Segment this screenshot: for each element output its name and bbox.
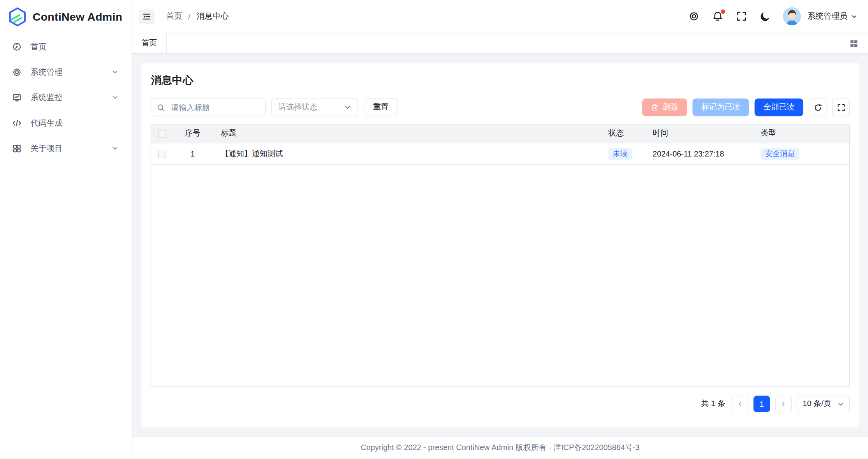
all-read-button[interactable]: 全部已读 — [755, 98, 803, 116]
chevron-left-icon — [737, 401, 743, 407]
delete-label: 删除 — [663, 102, 678, 113]
pagination-total: 共 1 条 — [701, 399, 725, 409]
dark-mode-button[interactable] — [760, 11, 770, 21]
dashboard-icon — [12, 42, 21, 51]
table-header-row: 序号 标题 状态 时间 类型 — [151, 125, 849, 143]
page-content: 消息中心 请选择状态 — [132, 54, 868, 436]
copyright-text: Copyright © 2022 - present ContiNew Admi… — [361, 443, 639, 453]
sidebar: ContiNew Admin 首页 — [0, 0, 132, 459]
messages-table: 序号 标题 状态 时间 类型 1 — [151, 124, 850, 387]
chevron-right-icon — [780, 401, 787, 407]
row-checkbox[interactable] — [158, 150, 166, 158]
chevron-down-icon — [851, 13, 857, 19]
refresh-icon — [813, 103, 822, 111]
tab-actions-grid-icon[interactable] — [849, 39, 859, 48]
cell-index: 1 — [173, 143, 212, 164]
app-root: ContiNew Admin 首页 — [0, 0, 868, 459]
search-input[interactable] — [170, 102, 259, 113]
prev-page-button[interactable] — [732, 396, 748, 412]
monitor-icon — [12, 93, 21, 102]
app-title: ContiNew Admin — [33, 10, 122, 23]
sidebar-item-label: 系统管理 — [30, 67, 112, 77]
fullscreen-icon — [736, 11, 747, 21]
reset-button[interactable]: 重置 — [364, 98, 398, 116]
select-all-checkbox[interactable] — [158, 130, 166, 138]
column-header-status: 状态 — [600, 125, 644, 143]
cell-title: 【通知】通知测试 — [212, 143, 599, 164]
tab-label: 首页 — [141, 38, 157, 48]
app-logo[interactable]: ContiNew Admin — [0, 0, 132, 33]
column-header-title: 标题 — [212, 125, 599, 143]
sidebar-item-system-management[interactable]: 系统管理 — [4, 61, 127, 83]
status-select[interactable]: 请选择状态 — [271, 98, 358, 116]
sidebar-item-about-project[interactable]: 关于项目 — [4, 137, 127, 160]
sidebar-item-code-generation[interactable]: 代码生成 — [4, 112, 127, 134]
cell-time: 2024-06-11 23:27:18 — [644, 143, 752, 164]
chevron-down-icon — [112, 69, 118, 75]
notification-dot — [720, 9, 725, 14]
sidebar-item-system-monitor[interactable]: 系统监控 — [4, 86, 127, 109]
column-header-index: 序号 — [173, 125, 212, 143]
page-size-select[interactable]: 10 条/页 — [797, 396, 850, 412]
chevron-down-icon — [344, 104, 351, 111]
delete-button[interactable]: 删除 — [642, 98, 687, 116]
gear-icon — [688, 11, 699, 21]
table-fullscreen-button[interactable] — [832, 98, 850, 116]
status-select-placeholder: 请选择状态 — [278, 102, 317, 113]
tab-bar: 首页 — [132, 33, 868, 54]
breadcrumb-separator: / — [188, 12, 190, 21]
sidebar-collapse-button[interactable] — [139, 9, 155, 24]
avatar-image — [782, 7, 801, 25]
type-badge: 安全消息 — [761, 148, 799, 160]
notifications-button[interactable] — [712, 11, 723, 21]
user-name[interactable]: 系统管理员 — [807, 11, 847, 21]
refresh-button[interactable] — [809, 98, 826, 116]
page-title: 消息中心 — [151, 73, 850, 88]
menu-fold-icon — [142, 12, 151, 21]
apps-grid-icon — [12, 144, 21, 153]
trash-icon — [651, 104, 659, 111]
gear-icon — [12, 67, 21, 77]
sidebar-item-home[interactable]: 首页 — [4, 35, 127, 58]
breadcrumb-home[interactable]: 首页 — [166, 11, 182, 21]
sidebar-item-label: 关于项目 — [30, 143, 112, 153]
code-icon — [12, 118, 21, 128]
table-row[interactable]: 1 【通知】通知测试 未读 2024-06-11 23:27:18 安全消息 — [151, 143, 849, 164]
chevron-down-icon — [112, 145, 118, 151]
title-search-field[interactable] — [151, 98, 266, 116]
page-size-value: 10 条/页 — [803, 399, 831, 409]
mark-read-button[interactable]: 标记为已读 — [692, 98, 749, 116]
search-icon — [157, 103, 165, 111]
settings-button[interactable] — [688, 11, 699, 21]
toolbar: 请选择状态 重置 — [151, 98, 850, 116]
expand-icon — [837, 103, 845, 111]
breadcrumb: 首页 / 消息中心 — [166, 11, 229, 21]
page-number-button[interactable]: 1 — [754, 396, 770, 412]
sidebar-menu: 首页 系统管理 — [0, 33, 132, 163]
fullscreen-button[interactable] — [736, 11, 747, 21]
page-footer: Copyright © 2022 - present ContiNew Admi… — [132, 436, 868, 459]
status-badge: 未读 — [608, 148, 632, 160]
chevron-down-icon — [112, 94, 118, 101]
sidebar-item-label: 代码生成 — [30, 118, 118, 128]
breadcrumb-current: 消息中心 — [197, 11, 229, 21]
column-header-type: 类型 — [752, 125, 849, 143]
sidebar-item-label: 系统监控 — [30, 92, 112, 103]
moon-icon — [760, 11, 770, 21]
sidebar-item-label: 首页 — [30, 41, 118, 52]
top-header: 首页 / 消息中心 — [132, 0, 868, 33]
column-header-time: 时间 — [644, 125, 752, 143]
next-page-button[interactable] — [775, 396, 792, 412]
chevron-down-icon — [838, 401, 844, 407]
pagination: 共 1 条 1 10 条/页 — [151, 396, 850, 412]
tab-home[interactable]: 首页 — [132, 33, 167, 53]
message-center-card: 消息中心 请选择状态 — [141, 63, 859, 427]
avatar[interactable] — [782, 7, 801, 25]
hexagon-logo-icon — [7, 6, 28, 27]
